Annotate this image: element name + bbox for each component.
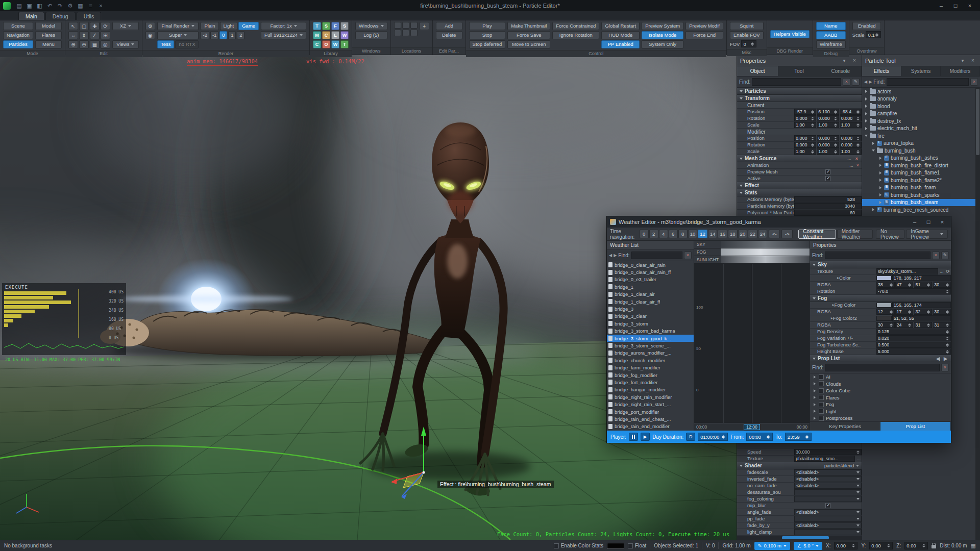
shading-mode-button[interactable]: Light	[220, 22, 238, 30]
time-button[interactable]: 18	[728, 230, 738, 238]
minimize-icon[interactable]: –	[934, 1, 948, 11]
control-button[interactable]: Global Restart	[601, 22, 640, 30]
close-icon[interactable]: ×	[937, 219, 948, 225]
expander-icon[interactable]	[864, 127, 868, 130]
color-stats-checkbox[interactable]	[554, 543, 559, 548]
location-slot[interactable]	[394, 22, 401, 29]
quick-toolbar-icon[interactable]: ▦	[76, 2, 85, 10]
rgba-field[interactable]: 30	[933, 282, 951, 288]
value-field[interactable]: 1.00	[840, 148, 862, 155]
weather-list-item[interactable]: bridge_hangar_modifier	[607, 386, 694, 393]
sky-color-swatch[interactable]	[876, 276, 892, 281]
minimize-icon[interactable]: –	[909, 219, 920, 225]
control-button[interactable]: Play	[469, 22, 506, 30]
move-snap-button[interactable]: ✎0.100 m	[754, 542, 790, 550]
sky-texture-field[interactable]: sky3\sky3_storm...	[876, 268, 938, 274]
quick-toolbar-icon[interactable]: ▤	[14, 2, 24, 10]
weather-list-item[interactable]: bridge_0_clear_air_rain	[607, 261, 694, 268]
rgba-field[interactable]: 24	[895, 322, 914, 328]
particle-tool-tab[interactable]: Effects	[862, 66, 901, 76]
curve-row-label[interactable]: SKY	[694, 241, 721, 248]
quick-toolbar-icon[interactable]: ×	[96, 2, 106, 10]
effect-tree-item[interactable]: burning_bush_foam	[862, 184, 980, 192]
close-icon[interactable]: ×	[969, 58, 977, 63]
control-button[interactable]: Isolate Mode	[642, 31, 683, 39]
weather-bottom-tab[interactable]: Key Properties	[810, 422, 880, 431]
prop-list-item[interactable]: Postprocess	[810, 415, 951, 421]
rgba-field[interactable]: 31	[914, 322, 932, 328]
expander-icon[interactable]	[813, 375, 817, 379]
resolution-dropdown[interactable]: Full 1912x1224	[261, 31, 306, 39]
fog-color-value[interactable]: 156, 165, 174	[892, 302, 951, 308]
maximize-icon[interactable]: □	[923, 219, 934, 225]
value-field[interactable]: 0.000	[794, 142, 816, 148]
flag-dropdown[interactable]: <disabled>	[794, 522, 862, 529]
weather-list-item[interactable]: bridge_night_rain_modifier	[607, 393, 694, 400]
nav-forward-icon[interactable]: ▶	[614, 253, 617, 258]
control-button[interactable]: Make Thumbnail	[507, 22, 550, 30]
supersample-dropdown[interactable]: Super	[157, 31, 199, 39]
expander-icon[interactable]	[871, 142, 875, 145]
prop-checkbox[interactable]	[819, 388, 824, 393]
effect-tree-item[interactable]: burning_bush_flame1	[862, 169, 980, 177]
day-toggle-button[interactable]: D	[686, 433, 695, 441]
edit-find-icon[interactable]: ✎	[852, 78, 860, 86]
prop-list-item[interactable]: Color Cube	[810, 387, 951, 394]
weather-mode-tab[interactable]: Constant Weather	[798, 230, 836, 239]
weather-bottom-tab[interactable]: Prop List	[880, 422, 951, 431]
play-icon[interactable]: ▶	[641, 433, 650, 441]
time-button[interactable]: 6	[669, 230, 678, 238]
time-button[interactable]: 10	[688, 230, 698, 238]
value-field[interactable]: 0.000	[817, 135, 839, 141]
fov-field[interactable]: 0	[741, 40, 756, 47]
flag-dropdown[interactable]	[794, 489, 862, 495]
location-slot[interactable]	[394, 30, 401, 36]
section-effect[interactable]: Effect	[737, 182, 862, 189]
weather-titlebar[interactable]: Weather Editor - m3\bridge\bridge_3_stor…	[607, 216, 951, 228]
effect-tree-item[interactable]: burning_bush	[862, 147, 980, 155]
location-slot[interactable]	[410, 22, 418, 29]
prop-list-item[interactable]: AI	[810, 373, 951, 381]
library-tile[interactable]: L	[331, 31, 339, 39]
weather-list-item[interactable]: bridge_church_modifier	[607, 357, 694, 364]
shading-mode-button[interactable]: Game	[238, 22, 259, 30]
rgba-field[interactable]: 51	[914, 282, 932, 288]
time-button[interactable]: 8	[678, 230, 688, 238]
time-button[interactable]: 24	[758, 230, 768, 238]
weather-curve-graph[interactable]: 100 50 0	[694, 264, 810, 423]
effect-tree-item[interactable]: burning_tree_mesh_sourced	[862, 206, 980, 214]
quick-toolbar-icon[interactable]: ▣	[24, 2, 34, 10]
nav-back-icon[interactable]: ◀	[609, 253, 612, 258]
fog-color-label[interactable]: Fog Color	[810, 302, 876, 308]
clear-find-icon[interactable]: ×	[970, 78, 978, 86]
weather-list-item[interactable]: bridge_3_storm_scene_...	[607, 342, 694, 349]
prop-list-find-input[interactable]	[825, 364, 940, 371]
value-field[interactable]: 0.000	[794, 115, 816, 121]
clear-find-icon[interactable]: ×	[843, 78, 850, 86]
time-button[interactable]: 20	[738, 230, 748, 238]
lod-button[interactable]: 1	[228, 31, 236, 39]
effect-tree-item[interactable]: blood	[862, 103, 980, 110]
expander-icon[interactable]	[878, 171, 883, 174]
value-field[interactable]: 0.000	[840, 115, 862, 121]
expander-icon[interactable]	[864, 105, 868, 108]
sky-color-label[interactable]: Color	[810, 275, 876, 281]
section-sky[interactable]: Sky	[810, 261, 951, 268]
edit-tool-icon[interactable]: ↖	[68, 22, 78, 30]
weather-list-item[interactable]: bridge_night_rain_start_...	[607, 400, 694, 408]
y-coordinate-field[interactable]: 0.00	[869, 542, 893, 549]
nav-forward-icon[interactable]: ▶	[869, 80, 872, 84]
section-particles[interactable]: Particles	[737, 88, 862, 95]
expander-icon[interactable]	[813, 382, 817, 385]
fog-color2-swatch[interactable]	[876, 316, 892, 321]
edit-tool-icon[interactable]: ⇔	[68, 31, 78, 39]
fog-turbulence-field[interactable]: 0.500	[876, 342, 951, 348]
value-field[interactable]: 1.00	[794, 122, 816, 128]
weather-list-item[interactable]: bridge_3_storm_bad_karma	[607, 328, 694, 335]
library-tile[interactable]: M	[313, 31, 321, 39]
effects-find-input[interactable]	[887, 78, 969, 86]
section-prop-list[interactable]: Prop List ◀ ▶	[810, 355, 951, 362]
lod-button[interactable]: -1	[210, 31, 218, 39]
weather-list-item[interactable]: bridge_3_clear	[607, 313, 694, 320]
expander-icon[interactable]	[813, 389, 817, 392]
